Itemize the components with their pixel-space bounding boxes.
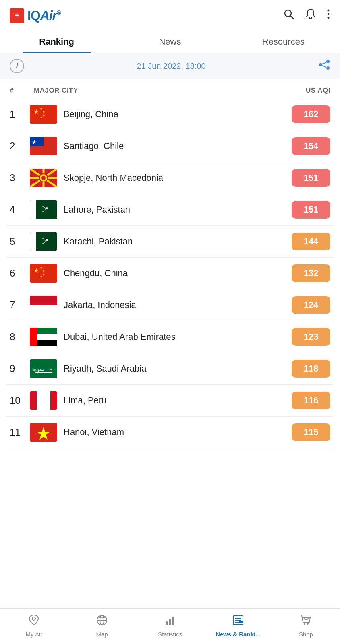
aqi-badge: 116 bbox=[292, 392, 330, 409]
table-row[interactable]: 2 ★ Santiago, Chile 154 bbox=[6, 130, 334, 162]
rank-number: 9 bbox=[10, 363, 30, 374]
bell-icon[interactable] bbox=[305, 8, 317, 23]
rank-number: 6 bbox=[10, 268, 30, 279]
city-name: Lima, Peru bbox=[64, 395, 292, 406]
svg-rect-37 bbox=[30, 200, 36, 219]
svg-point-13 bbox=[326, 66, 330, 70]
info-bar: i 21 Jun 2022, 18:00 bbox=[0, 53, 340, 79]
table-row[interactable]: 4 ☽ ★ Lahore, Pakistan 151 bbox=[6, 194, 334, 226]
more-icon[interactable] bbox=[326, 8, 330, 23]
logo: + IQAir® bbox=[10, 8, 61, 23]
aqi-badge: 123 bbox=[292, 328, 330, 346]
svg-rect-78 bbox=[239, 621, 243, 623]
table-row[interactable]: 1 ★ ★ ★ ★ ★ Beijing, China 162 bbox=[6, 99, 334, 130]
city-name: Beijing, China bbox=[64, 109, 292, 120]
country-flag: ☽ ★ bbox=[30, 232, 57, 251]
svg-point-9 bbox=[328, 13, 330, 15]
city-name: Santiago, Chile bbox=[64, 141, 292, 151]
nav-map[interactable]: Map bbox=[68, 609, 136, 644]
svg-rect-51 bbox=[30, 305, 57, 314]
svg-point-80 bbox=[307, 623, 309, 625]
svg-text:★: ★ bbox=[33, 267, 39, 274]
logo-text: IQAir® bbox=[27, 8, 61, 23]
content-area: # MAJOR CITY US AQI 1 ★ ★ ★ ★ ★ Beijing,… bbox=[0, 79, 340, 485]
aqi-badge: 151 bbox=[292, 169, 330, 187]
tab-ranking[interactable]: Ranking bbox=[0, 29, 113, 53]
tab-resources[interactable]: Resources bbox=[227, 29, 340, 53]
svg-rect-70 bbox=[166, 621, 168, 625]
tab-bar: Ranking News Resources bbox=[0, 29, 340, 53]
rank-number: 7 bbox=[10, 299, 30, 311]
aqi-badge: 118 bbox=[292, 360, 330, 378]
table-row[interactable]: 6 ★ ★ ★ ★ ★ Chengdu, China 132 bbox=[6, 258, 334, 289]
table-row[interactable]: 7 Jakarta, Indonesia 124 bbox=[6, 289, 334, 321]
table-row[interactable]: 5 ☽ ★ Karachi, Pakistan 144 bbox=[6, 226, 334, 258]
table-row[interactable]: 9 سعودية ⚔ Riyadh, Saudi Arabia 118 bbox=[6, 353, 334, 385]
city-name: Skopje, North Macedonia bbox=[64, 173, 292, 183]
bottom-nav: My Air Map Statistics bbox=[0, 608, 340, 644]
city-name: Riyadh, Saudi Arabia bbox=[64, 363, 292, 374]
svg-rect-61 bbox=[37, 391, 50, 410]
aqi-badge: 154 bbox=[292, 137, 330, 155]
rank-number: 4 bbox=[10, 204, 30, 215]
country-flag bbox=[30, 169, 57, 187]
svg-text:★: ★ bbox=[33, 108, 39, 115]
share-icon[interactable] bbox=[318, 60, 330, 73]
country-flag bbox=[30, 391, 57, 410]
rank-number: 10 bbox=[10, 395, 30, 406]
svg-point-35 bbox=[41, 176, 46, 180]
svg-point-10 bbox=[328, 17, 330, 19]
nav-my-air[interactable]: My Air bbox=[0, 609, 68, 644]
rank-number: 8 bbox=[10, 331, 30, 343]
info-icon[interactable]: i bbox=[10, 59, 24, 73]
nav-map-label: Map bbox=[96, 631, 108, 638]
my-air-icon bbox=[28, 614, 40, 628]
aqi-badge: 124 bbox=[292, 296, 330, 314]
svg-text:★: ★ bbox=[45, 237, 49, 242]
svg-text:⚔: ⚔ bbox=[49, 367, 53, 372]
nav-shop-label: Shop bbox=[299, 631, 313, 638]
statistics-icon bbox=[164, 614, 176, 628]
svg-point-11 bbox=[326, 60, 330, 63]
nav-shop[interactable]: Shop bbox=[272, 609, 340, 644]
country-flag bbox=[30, 296, 57, 314]
rank-number: 5 bbox=[10, 236, 30, 247]
table-row[interactable]: 10 Lima, Peru 116 bbox=[6, 385, 334, 417]
svg-text:★: ★ bbox=[45, 206, 49, 210]
shop-icon bbox=[300, 614, 312, 628]
svg-text:★: ★ bbox=[40, 116, 43, 119]
svg-text:★: ★ bbox=[32, 139, 37, 145]
logo-cross: + bbox=[10, 8, 24, 23]
svg-line-15 bbox=[322, 66, 326, 67]
nav-news-ranking[interactable]: News & Ranki... bbox=[204, 609, 272, 644]
aqi-badge: 162 bbox=[292, 105, 330, 123]
country-flag: ★ ★ ★ ★ ★ bbox=[30, 105, 57, 124]
tab-news[interactable]: News bbox=[113, 29, 226, 53]
col-aqi: US AQI bbox=[286, 87, 330, 95]
svg-text:★: ★ bbox=[40, 275, 43, 278]
city-name: Chengdu, China bbox=[64, 268, 292, 279]
nav-news-ranking-label: News & Ranki... bbox=[216, 631, 261, 638]
search-icon[interactable] bbox=[283, 8, 295, 23]
nav-statistics[interactable]: Statistics bbox=[136, 609, 204, 644]
rank-number: 2 bbox=[10, 140, 30, 152]
rank-number: 1 bbox=[10, 109, 30, 120]
city-name: Karachi, Pakistan bbox=[64, 236, 292, 247]
svg-line-14 bbox=[322, 62, 326, 64]
aqi-badge: 151 bbox=[292, 201, 330, 219]
col-city: MAJOR CITY bbox=[30, 87, 286, 95]
table-row[interactable]: 3 Skopje, North Macedonia 151 bbox=[6, 162, 334, 194]
svg-text:★: ★ bbox=[42, 269, 45, 272]
country-flag bbox=[30, 423, 57, 442]
svg-text:★: ★ bbox=[42, 114, 45, 117]
app-header: + IQAir® bbox=[0, 0, 340, 29]
city-name: Lahore, Pakistan bbox=[64, 204, 292, 215]
city-name: Hanoi, Vietnam bbox=[64, 427, 292, 438]
table-row[interactable]: 11 Hanoi, Vietnam 115 bbox=[6, 417, 334, 448]
news-ranking-icon bbox=[232, 614, 244, 628]
svg-point-79 bbox=[304, 623, 305, 625]
aqi-badge: 132 bbox=[292, 264, 330, 282]
country-flag: ★ ★ ★ ★ ★ bbox=[30, 264, 57, 283]
svg-text:★: ★ bbox=[42, 110, 45, 114]
table-row[interactable]: 8 Dubai, United Arab Emirates 123 bbox=[6, 321, 334, 353]
